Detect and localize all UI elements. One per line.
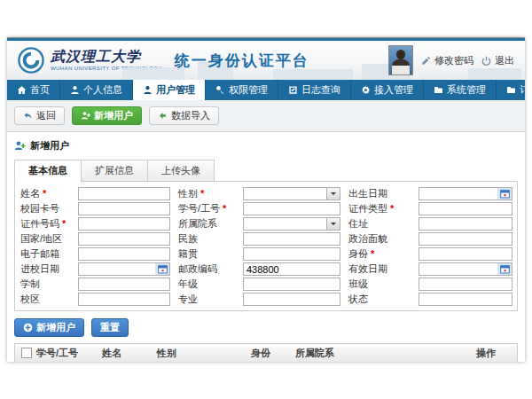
user-table: 学号/工号姓名性别身份所属院系操作: [14, 343, 518, 362]
header-watermark: [273, 69, 353, 80]
tab-basic-info[interactable]: 基本信息: [14, 160, 81, 182]
field-input-gender[interactable]: [244, 188, 340, 200]
tab-extended-info[interactable]: 扩展信息: [81, 160, 147, 182]
field-input-native-place[interactable]: [243, 247, 340, 261]
nav-item-permission-management[interactable]: 权限管理: [206, 80, 278, 100]
pencil-icon: [421, 56, 431, 66]
field-label-ethnicity: 民族: [178, 232, 235, 246]
plus-circle-icon: [23, 323, 33, 332]
dropdown-button-gender[interactable]: [326, 188, 340, 200]
header: 武汉理工大学 WUHAN UNIVERSITY OF TECHNOLOGY 统一…: [7, 41, 525, 80]
datepicker-button-valid-date[interactable]: [497, 263, 512, 275]
user-avatar[interactable]: [388, 45, 413, 75]
field-input-department[interactable]: [244, 218, 340, 230]
calendar-icon: [500, 189, 510, 199]
field-label-political-status: 政治面貌: [348, 232, 411, 246]
nav-item-label: 权限管理: [229, 83, 268, 97]
field-label-campus-card-no: 校园卡号: [20, 202, 70, 215]
import-arrow-icon: [158, 111, 168, 121]
field-input-ethnicity[interactable]: [243, 232, 340, 246]
tab-upload-avatar[interactable]: 上传头像: [147, 160, 215, 182]
nav-item-home[interactable]: 首页: [7, 80, 60, 100]
field-input-status[interactable]: [419, 293, 512, 306]
add-user-toolbar-button[interactable]: 新增用户: [72, 106, 142, 125]
field-input-campus[interactable]: [78, 293, 170, 306]
datepicker-button-birth-date[interactable]: [497, 188, 512, 200]
basic-info-panel: 姓名*性别*出生日期校园卡号学号/工号*证件类型*证件号码*所属院系住址国家/地…: [14, 181, 518, 311]
table-header-cell: 学号/工号: [36, 347, 102, 360]
field-input-full-name[interactable]: [78, 187, 170, 200]
datepicker-button-enrollment-date[interactable]: [155, 263, 169, 275]
field-label-address: 住址: [348, 217, 411, 231]
submit-add-user-button[interactable]: 新增用户: [14, 318, 84, 337]
import-label: 数据导入: [171, 109, 210, 122]
nav-item-label: 接入管理: [374, 83, 413, 97]
nav-item-user-management[interactable]: 用户管理: [133, 80, 206, 100]
university-logo: [18, 47, 44, 74]
field-input-education-length[interactable]: [78, 278, 170, 291]
field-input-email[interactable]: [78, 247, 170, 261]
nav-item-label: 用户管理: [156, 83, 195, 97]
required-marker: *: [43, 188, 46, 199]
field-input-political-status[interactable]: [419, 232, 512, 246]
nav-item-subscription-management[interactable]: 订阅管理: [497, 80, 525, 100]
field-input-grade[interactable]: [243, 278, 340, 291]
folder-icon: [506, 85, 516, 95]
field-input-id-type[interactable]: [419, 202, 512, 215]
field-input-identity[interactable]: [419, 247, 512, 261]
field-input-student-no[interactable]: [243, 202, 340, 215]
back-button[interactable]: 返回: [14, 106, 65, 125]
field-label-email: 电子邮箱: [20, 247, 70, 261]
field-input-country-region[interactable]: [78, 232, 170, 246]
field-input-postal-code[interactable]: [243, 262, 340, 276]
field-input-address[interactable]: [419, 217, 512, 231]
folder-icon: [434, 85, 443, 95]
field-label-birth-date: 出生日期: [348, 187, 411, 200]
field-label-identity: 身份*: [348, 247, 411, 261]
field-input-id-number[interactable]: [78, 217, 170, 231]
calendar-icon: [158, 264, 168, 274]
back-arrow-icon: [23, 111, 33, 121]
field-label-full-name: 姓名*: [20, 187, 70, 200]
field-label-grade: 年级: [178, 278, 235, 291]
submit-label: 新增用户: [36, 321, 75, 334]
required-marker: *: [200, 188, 204, 199]
header-right: 修改密码 退出: [388, 45, 525, 75]
field-label-major: 专业: [178, 293, 235, 306]
select-all-checkbox[interactable]: [21, 348, 32, 358]
nav-item-personal-info[interactable]: 个人信息: [60, 80, 133, 100]
user-plus-icon: [81, 111, 90, 121]
dropdown-button-department[interactable]: [326, 218, 340, 230]
nav-item-label: 日志查询: [301, 83, 340, 97]
app-window: 武汉理工大学 WUHAN UNIVERSITY OF TECHNOLOGY 统一…: [7, 37, 525, 362]
back-label: 返回: [36, 109, 56, 122]
field-input-campus-card-no[interactable]: [78, 202, 170, 215]
nav-item-label: 订阅管理: [520, 83, 525, 97]
data-import-button[interactable]: 数据导入: [149, 106, 219, 125]
reset-button[interactable]: 重置: [91, 318, 129, 337]
field-select-gender: [243, 187, 340, 200]
required-marker: *: [390, 203, 394, 214]
field-input-class[interactable]: [419, 278, 512, 291]
field-date-birth-date: [419, 187, 512, 200]
nav-item-access-management[interactable]: 接入管理: [351, 80, 424, 100]
main-nav: 首页个人信息用户管理权限管理日志查询接入管理系统管理订阅管理: [7, 80, 525, 100]
nav-item-log-query[interactable]: 日志查询: [278, 80, 351, 100]
field-label-id-type: 证件类型*: [348, 202, 411, 215]
toolbar: 返回 新增用户 数据导入: [7, 100, 525, 131]
required-marker: *: [62, 218, 66, 229]
field-label-id-number: 证件号码*: [20, 217, 70, 231]
home-icon: [17, 85, 27, 95]
form-actions: 新增用户 重置: [12, 311, 520, 343]
field-label-department: 所属院系: [178, 217, 235, 231]
section-title-row: 新增用户: [12, 132, 520, 160]
change-password-link[interactable]: 修改密码: [421, 54, 473, 67]
field-select-department: [243, 217, 340, 231]
logout-link[interactable]: 退出: [481, 54, 514, 67]
add-user-toolbar-label: 新增用户: [94, 109, 133, 122]
nav-item-system-management[interactable]: 系统管理: [424, 80, 497, 100]
field-label-campus: 校区: [20, 293, 70, 306]
field-input-major[interactable]: [243, 293, 340, 306]
field-label-class: 班级: [348, 278, 411, 291]
field-date-enrollment-date: [78, 262, 170, 276]
